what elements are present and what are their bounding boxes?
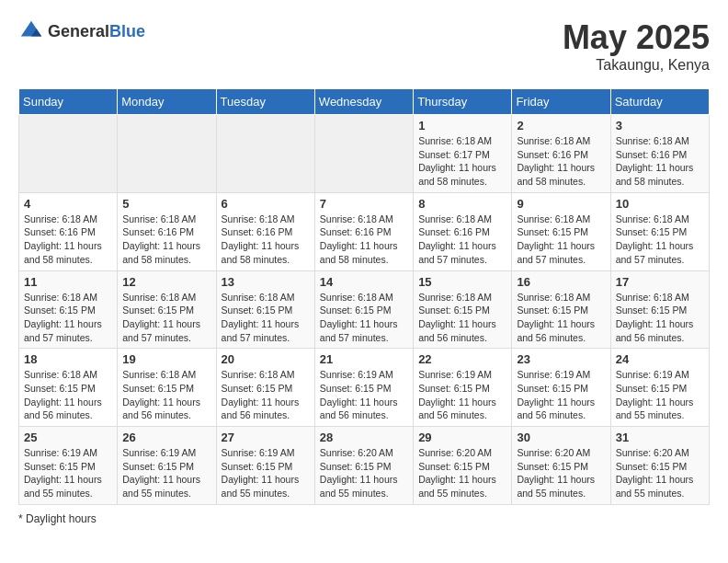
calendar-header: Sunday Monday Tuesday Wednesday Thursday…	[19, 89, 710, 115]
day-number: 5	[122, 197, 210, 211]
calendar-cell: 18Sunrise: 6:18 AM Sunset: 6:15 PM Dayli…	[19, 349, 118, 427]
day-number: 22	[418, 352, 506, 366]
calendar-week-1: 1Sunrise: 6:18 AM Sunset: 6:17 PM Daylig…	[19, 115, 710, 193]
location-subtitle: Takaungu, Kenya	[563, 57, 710, 74]
calendar-cell: 26Sunrise: 6:19 AM Sunset: 6:15 PM Dayli…	[118, 427, 216, 505]
calendar-table: Sunday Monday Tuesday Wednesday Thursday…	[18, 88, 710, 505]
day-detail: Sunrise: 6:18 AM Sunset: 6:15 PM Dayligh…	[122, 368, 210, 422]
logo-text: GeneralBlue	[48, 22, 145, 41]
day-number: 18	[24, 352, 112, 366]
day-number: 3	[616, 119, 704, 132]
calendar-cell: 30Sunrise: 6:20 AM Sunset: 6:15 PM Dayli…	[512, 427, 610, 505]
calendar-week-5: 25Sunrise: 6:19 AM Sunset: 6:15 PM Dayli…	[19, 427, 710, 505]
day-number: 13	[222, 275, 310, 289]
calendar-cell: 7Sunrise: 6:18 AM Sunset: 6:16 PM Daylig…	[314, 192, 413, 270]
day-detail: Sunrise: 6:18 AM Sunset: 6:15 PM Dayligh…	[122, 291, 210, 345]
header-tuesday: Tuesday	[216, 89, 314, 115]
calendar-cell: 21Sunrise: 6:19 AM Sunset: 6:15 PM Dayli…	[314, 349, 413, 427]
day-detail: Sunrise: 6:18 AM Sunset: 6:15 PM Dayligh…	[222, 291, 310, 345]
day-number: 12	[122, 275, 210, 289]
calendar-cell: 16Sunrise: 6:18 AM Sunset: 6:15 PM Dayli…	[512, 270, 610, 349]
calendar-cell	[19, 115, 118, 193]
day-detail: Sunrise: 6:19 AM Sunset: 6:15 PM Dayligh…	[320, 368, 408, 422]
calendar-cell: 2Sunrise: 6:18 AM Sunset: 6:16 PM Daylig…	[512, 115, 610, 193]
header-monday: Monday	[118, 89, 216, 115]
day-number: 30	[517, 431, 605, 444]
calendar-cell: 25Sunrise: 6:19 AM Sunset: 6:15 PM Dayli…	[19, 427, 118, 505]
logo-icon	[18, 18, 44, 44]
calendar-cell: 24Sunrise: 6:19 AM Sunset: 6:15 PM Dayli…	[610, 349, 709, 427]
calendar-cell: 12Sunrise: 6:18 AM Sunset: 6:15 PM Dayli…	[118, 270, 216, 349]
calendar-cell	[314, 115, 413, 193]
logo-general: General	[48, 22, 109, 40]
calendar-cell: 17Sunrise: 6:18 AM Sunset: 6:15 PM Dayli…	[610, 270, 709, 349]
calendar-cell: 5Sunrise: 6:18 AM Sunset: 6:16 PM Daylig…	[118, 192, 216, 270]
daylight-label: Daylight hours	[26, 512, 97, 525]
day-number: 24	[616, 352, 704, 366]
header: GeneralBlue May 2025 Takaungu, Kenya	[18, 18, 710, 74]
calendar-cell: 6Sunrise: 6:18 AM Sunset: 6:16 PM Daylig…	[216, 192, 314, 270]
header-row: Sunday Monday Tuesday Wednesday Thursday…	[19, 89, 710, 115]
day-detail: Sunrise: 6:18 AM Sunset: 6:15 PM Dayligh…	[24, 368, 112, 422]
calendar-cell: 23Sunrise: 6:19 AM Sunset: 6:15 PM Dayli…	[512, 349, 610, 427]
day-detail: Sunrise: 6:18 AM Sunset: 6:15 PM Dayligh…	[222, 368, 310, 422]
month-title: May 2025	[563, 18, 710, 57]
day-number: 19	[122, 352, 210, 366]
day-detail: Sunrise: 6:18 AM Sunset: 6:15 PM Dayligh…	[320, 291, 408, 345]
day-number: 8	[418, 197, 506, 211]
calendar-cell: 14Sunrise: 6:18 AM Sunset: 6:15 PM Dayli…	[314, 270, 413, 349]
day-detail: Sunrise: 6:18 AM Sunset: 6:17 PM Dayligh…	[418, 134, 506, 189]
day-number: 20	[222, 352, 310, 366]
calendar-week-2: 4Sunrise: 6:18 AM Sunset: 6:16 PM Daylig…	[19, 192, 710, 270]
day-detail: Sunrise: 6:19 AM Sunset: 6:15 PM Dayligh…	[24, 446, 112, 500]
day-number: 21	[320, 352, 408, 366]
day-number: 26	[122, 431, 210, 444]
calendar-cell: 9Sunrise: 6:18 AM Sunset: 6:15 PM Daylig…	[512, 192, 610, 270]
day-detail: Sunrise: 6:19 AM Sunset: 6:15 PM Dayligh…	[616, 368, 704, 422]
day-detail: Sunrise: 6:18 AM Sunset: 6:16 PM Dayligh…	[517, 134, 605, 189]
day-detail: Sunrise: 6:18 AM Sunset: 6:15 PM Dayligh…	[616, 291, 704, 345]
day-detail: Sunrise: 6:18 AM Sunset: 6:16 PM Dayligh…	[222, 213, 310, 267]
day-number: 10	[616, 197, 704, 211]
calendar-cell: 8Sunrise: 6:18 AM Sunset: 6:16 PM Daylig…	[414, 192, 512, 270]
calendar-week-4: 18Sunrise: 6:18 AM Sunset: 6:15 PM Dayli…	[19, 349, 710, 427]
calendar-cell: 3Sunrise: 6:18 AM Sunset: 6:16 PM Daylig…	[610, 115, 709, 193]
day-number: 17	[616, 275, 704, 289]
day-number: 25	[24, 431, 112, 444]
day-number: 27	[222, 431, 310, 444]
day-number: 2	[517, 119, 605, 132]
header-wednesday: Wednesday	[314, 89, 413, 115]
day-number: 29	[418, 431, 506, 444]
calendar-cell: 29Sunrise: 6:20 AM Sunset: 6:15 PM Dayli…	[414, 427, 512, 505]
day-number: 11	[24, 275, 112, 289]
header-sunday: Sunday	[19, 89, 118, 115]
title-section: May 2025 Takaungu, Kenya	[563, 18, 710, 74]
day-detail: Sunrise: 6:19 AM Sunset: 6:15 PM Dayligh…	[418, 368, 506, 422]
day-detail: Sunrise: 6:18 AM Sunset: 6:15 PM Dayligh…	[616, 213, 704, 267]
day-detail: Sunrise: 6:18 AM Sunset: 6:16 PM Dayligh…	[122, 213, 210, 267]
day-number: 1	[418, 119, 506, 132]
day-detail: Sunrise: 6:19 AM Sunset: 6:15 PM Dayligh…	[222, 446, 310, 500]
calendar-cell: 1Sunrise: 6:18 AM Sunset: 6:17 PM Daylig…	[414, 115, 512, 193]
day-detail: Sunrise: 6:18 AM Sunset: 6:15 PM Dayligh…	[24, 291, 112, 345]
day-number: 23	[517, 352, 605, 366]
calendar-cell: 10Sunrise: 6:18 AM Sunset: 6:15 PM Dayli…	[610, 192, 709, 270]
calendar-cell: 15Sunrise: 6:18 AM Sunset: 6:15 PM Dayli…	[414, 270, 512, 349]
calendar-cell: 19Sunrise: 6:18 AM Sunset: 6:15 PM Dayli…	[118, 349, 216, 427]
day-detail: Sunrise: 6:20 AM Sunset: 6:15 PM Dayligh…	[616, 446, 704, 500]
calendar-week-3: 11Sunrise: 6:18 AM Sunset: 6:15 PM Dayli…	[19, 270, 710, 349]
day-detail: Sunrise: 6:20 AM Sunset: 6:15 PM Dayligh…	[418, 446, 506, 500]
day-number: 6	[222, 197, 310, 211]
day-number: 7	[320, 197, 408, 211]
day-detail: Sunrise: 6:20 AM Sunset: 6:15 PM Dayligh…	[517, 446, 605, 500]
header-saturday: Saturday	[610, 89, 709, 115]
day-detail: Sunrise: 6:18 AM Sunset: 6:16 PM Dayligh…	[616, 134, 704, 189]
day-detail: Sunrise: 6:18 AM Sunset: 6:15 PM Dayligh…	[517, 213, 605, 267]
calendar-cell: 4Sunrise: 6:18 AM Sunset: 6:16 PM Daylig…	[19, 192, 118, 270]
calendar-cell: 22Sunrise: 6:19 AM Sunset: 6:15 PM Dayli…	[414, 349, 512, 427]
day-number: 15	[418, 275, 506, 289]
day-number: 28	[320, 431, 408, 444]
calendar-cell: 20Sunrise: 6:18 AM Sunset: 6:15 PM Dayli…	[216, 349, 314, 427]
day-detail: Sunrise: 6:18 AM Sunset: 6:16 PM Dayligh…	[320, 213, 408, 267]
logo: GeneralBlue	[18, 18, 145, 44]
